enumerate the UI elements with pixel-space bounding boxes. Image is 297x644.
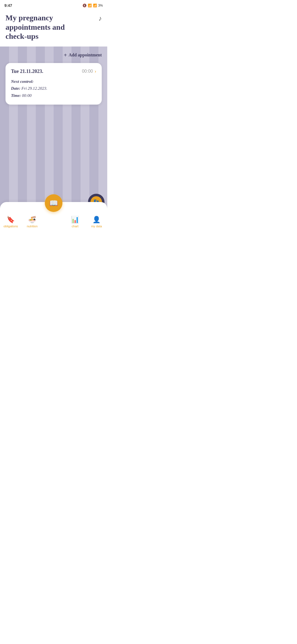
tab-chart[interactable]: 📊 chart — [64, 216, 86, 228]
battery-label: 3% — [98, 4, 103, 7]
next-time-value: 00:00 — [22, 93, 32, 98]
card-header: Tue 21.11.2023. 00:00 › — [11, 69, 96, 74]
music-icon[interactable]: ♪ — [98, 15, 102, 22]
book-icon: 📖 — [49, 199, 58, 208]
next-date-value: Fri 29.12.2023. — [21, 86, 47, 91]
obligations-icon: 🔖 — [7, 216, 15, 223]
plus-icon: + — [64, 52, 67, 58]
obligations-label: obligations — [4, 225, 18, 228]
mute-icon: 🔇 — [82, 4, 87, 7]
page-title: My pregnancy appointments and check-ups — [6, 13, 88, 41]
tab-mydata[interactable]: 👤 my data — [86, 216, 107, 228]
mydata-label: my data — [91, 225, 102, 228]
nutrition-label: nutrition — [27, 225, 37, 228]
tab-center-home[interactable]: 📖 — [45, 194, 62, 212]
next-control-label: Next control: — [11, 78, 96, 85]
wifi-icon: 📶 — [88, 4, 92, 7]
chart-label: chart — [72, 225, 78, 228]
next-time-row: Time: 00:00 — [11, 92, 96, 99]
appointment-date: Tue 21.11.2023. — [11, 69, 43, 74]
mydata-icon: 👤 — [92, 216, 101, 223]
status-bar: 9:47 🔇 📶 📶 3% — [0, 0, 107, 10]
add-appointment-button[interactable]: + Add appointment — [64, 52, 102, 58]
appointment-time: 00:00 — [82, 69, 93, 74]
status-icons: 🔇 📶 📶 3% — [82, 4, 103, 7]
header: My pregnancy appointments and check-ups … — [0, 10, 107, 47]
chart-icon: 📊 — [71, 216, 79, 223]
card-time-row: 00:00 › — [82, 69, 96, 74]
app-container: 9:47 🔇 📶 📶 3% My pregnancy appointments … — [0, 0, 107, 232]
nutrition-icon: 🍜 — [28, 216, 36, 223]
next-date-row: Date: Fri 29.12.2023. — [11, 85, 96, 92]
main-content: + Add appointment Tue 21.11.2023. 00:00 … — [0, 47, 107, 232]
signal-icon: 📶 — [93, 4, 97, 7]
chevron-right-icon: › — [95, 69, 96, 74]
bottom-navigation: 📖 🔖 obligations 🍜 nutrition 📊 chart 👤 my… — [0, 202, 107, 232]
card-body: Next control: Date: Fri 29.12.2023. Time… — [11, 78, 96, 99]
tab-nutrition[interactable]: 🍜 nutrition — [21, 216, 43, 228]
tab-obligations[interactable]: 🔖 obligations — [0, 216, 21, 228]
status-time: 9:47 — [4, 3, 12, 8]
add-appointment-label: Add appointment — [69, 53, 102, 58]
appointment-card[interactable]: Tue 21.11.2023. 00:00 › Next control: Da… — [6, 63, 102, 105]
